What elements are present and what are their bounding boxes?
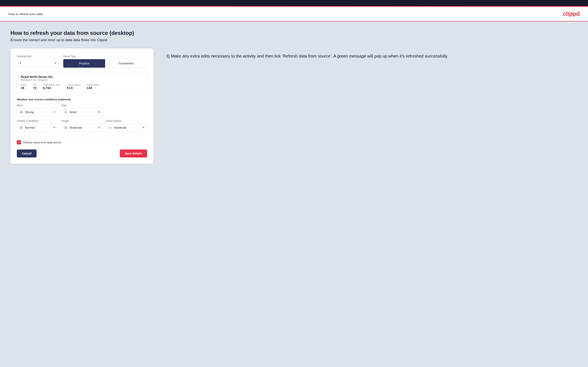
refresh-checkbox-label: Refresh shots from data source [23, 141, 61, 144]
practice-button[interactable]: Practice [63, 59, 105, 68]
game-type-label: Game Type [63, 55, 147, 58]
rain-value: None [69, 110, 98, 114]
stat-course-rating: Course rating 72.5 [67, 83, 80, 90]
fairway-chevron: ▼ [53, 126, 56, 129]
header: How to refresh your data clippd [0, 7, 588, 21]
starting-hole-select-wrapper: 1 ▼ [17, 59, 59, 67]
svg-point-3 [110, 128, 111, 129]
rain-chevron: ▼ [98, 111, 100, 114]
wind-chevron: ▼ [53, 111, 56, 114]
refresh-checkbox[interactable] [17, 140, 21, 144]
conditions-row-2: Fairway Conditions Normal ▼ Rough [17, 119, 147, 132]
header-title: How to refresh your data [9, 12, 43, 16]
rain-select[interactable]: None ▼ [61, 108, 103, 116]
page-heading: How to refresh your data from source (de… [10, 30, 578, 36]
save-details-button[interactable]: Save Details [120, 150, 147, 158]
stat-slope-rating: Slope rating 134 [87, 83, 99, 90]
svg-point-2 [65, 126, 67, 129]
green-speed-value: Moderate [114, 126, 142, 129]
slope-rating-label: Slope rating [87, 83, 99, 86]
rain-label: Rain [61, 104, 103, 107]
course-rating-label: Course rating [67, 83, 80, 86]
holes-label: Holes [21, 83, 27, 86]
game-type-group: Game Type Practice Tournament [63, 55, 147, 68]
stat-holes: Holes 18 [21, 83, 27, 90]
refresh-checkbox-row: Refresh shots from data source [17, 140, 147, 144]
form-card: Starting Hole 1 ▼ Game Type Practice Tou… [10, 49, 154, 164]
form-row-top: Starting Hole 1 ▼ Game Type Practice Tou… [17, 55, 147, 68]
par-value: 72 [33, 86, 37, 90]
green-speed-label: Green Speed [106, 119, 147, 122]
game-type-buttons: Practice Tournament [63, 59, 147, 68]
svg-point-0 [65, 111, 67, 113]
conditions-title: Weather and course conditions (optional) [17, 98, 147, 101]
conditions-row-1: Wind Strong ▼ Rain [17, 104, 147, 116]
logo: clippd [563, 10, 579, 17]
instruction-panel: 3) Make any extra edits necessary to the… [166, 49, 578, 59]
wind-select[interactable]: Strong ▼ [17, 108, 58, 116]
slope-rating-value: 134 [87, 86, 99, 90]
rain-group: Rain None ▼ [61, 104, 103, 116]
rough-chevron: ▼ [98, 126, 100, 129]
course-location: Westward Ho!, England [21, 79, 143, 82]
green-speed-select[interactable]: Moderate ▼ [106, 124, 147, 132]
wind-value: Strong [25, 110, 53, 114]
green-speed-icon [108, 125, 112, 130]
divider [17, 136, 147, 136]
fairway-group: Fairway Conditions Normal ▼ [17, 119, 58, 132]
course-info-box: Royal North Devon GC, Westward Ho!, Engl… [17, 72, 147, 93]
starting-hole-label: Starting Hole [17, 55, 59, 58]
starting-hole-group: Starting Hole 1 ▼ [17, 55, 59, 68]
course-name: Royal North Devon GC, [21, 75, 143, 79]
starting-hole-select[interactable]: 1 [17, 59, 59, 67]
rough-icon [64, 125, 68, 130]
top-bar [0, 0, 588, 6]
form-actions: Cancel Save Details [17, 150, 147, 158]
main-content: How to refresh your data from source (de… [0, 21, 588, 367]
wind-icon [19, 110, 23, 114]
course-stats: Holes 18 Par 72 Yards/White (M)) 6,744 C… [21, 83, 143, 90]
par-label: Par [33, 83, 37, 86]
rough-label: Rough [61, 119, 103, 122]
stat-par: Par 72 [33, 83, 37, 90]
wind-label: Wind [17, 104, 58, 107]
fairway-label: Fairway Conditions [17, 119, 58, 122]
rough-value: Moderate [69, 126, 98, 129]
fairway-icon [19, 125, 23, 130]
rough-group: Rough Moderate ▼ [61, 119, 103, 132]
green-speed-group: Green Speed Moderate ▼ [106, 119, 147, 132]
fairway-select[interactable]: Normal ▼ [17, 124, 58, 132]
course-rating-value: 72.5 [67, 86, 80, 90]
fairway-value: Normal [25, 126, 53, 129]
cancel-button[interactable]: Cancel [17, 150, 37, 158]
rain-icon [64, 110, 68, 114]
green-speed-chevron: ▼ [142, 126, 145, 129]
holes-value: 18 [21, 86, 27, 90]
tournament-button[interactable]: Tournament [105, 59, 147, 68]
page-subtitle: Ensure the correct and most up to date d… [10, 38, 578, 42]
instruction-text: 3) Make any extra edits necessary to the… [166, 53, 578, 59]
yards-label: Yards/White (M)) [43, 83, 60, 86]
content-row: Starting Hole 1 ▼ Game Type Practice Tou… [10, 49, 578, 164]
yards-value: 6,744 [43, 86, 60, 90]
rough-select[interactable]: Moderate ▼ [61, 124, 103, 132]
wind-group: Wind Strong ▼ [17, 104, 58, 116]
stat-yards: Yards/White (M)) 6,744 [43, 83, 60, 90]
